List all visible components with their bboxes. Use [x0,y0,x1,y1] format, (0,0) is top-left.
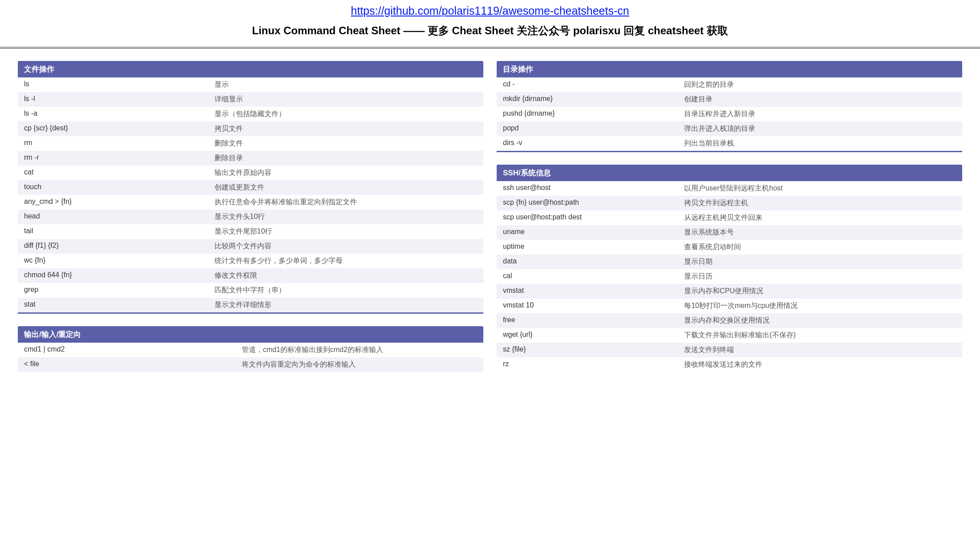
command-cell: cmd1 | cmd2 [24,345,242,355]
page-subtitle: Linux Command Cheat Sheet —— 更多 Cheat Sh… [0,24,980,38]
description-cell: 显示（包括隐藏文件） [215,109,477,119]
command-cell: vmstat [503,287,684,296]
table-row: tail显示文件尾部10行 [18,224,483,239]
left-column: 文件操作ls显示ls -l详细显示ls -a显示（包括隐藏文件）cp {scr}… [18,61,483,384]
table-row: cal显示日历 [497,269,962,284]
table-row: rm -r删除目录 [18,151,483,166]
description-cell: 查看系统启动时间 [684,243,956,252]
section-rows: ls显示ls -l详细显示ls -a显示（包括隐藏文件）cp {scr} {de… [18,77,483,314]
table-row: cmd1 | cmd2管道，cmd1的标准输出接到cmd2的标准输入 [18,343,483,357]
table-row: scp {fn} user@host:path拷贝文件到远程主机 [497,196,962,210]
description-cell: 显示文件详细情形 [215,300,477,310]
description-cell: 删除目录 [215,154,477,163]
table-row: ssh user@host以用户user登陆到远程主机host [497,181,962,196]
description-cell: 执行任意命令并将标准输出重定向到指定文件 [215,198,477,207]
description-cell: 显示系统版本号 [684,228,956,237]
command-cell: mkdir {dirname} [503,95,684,104]
description-cell: 显示日期 [684,257,956,267]
description-cell: 显示文件头10行 [215,212,477,222]
table-row: sz {file}发送文件到终端 [497,343,962,357]
table-row: cp {scr} {dest}拷贝文件 [18,121,483,136]
description-cell: 显示 [215,80,477,89]
description-cell: 目录压榨并进入新目录 [684,109,956,119]
command-cell: stat [24,300,215,310]
section: 文件操作ls显示ls -l详细显示ls -a显示（包括隐藏文件）cp {scr}… [18,61,483,314]
description-cell: 从远程主机拷贝文件回来 [684,213,956,222]
table-row: vmstat 10每10秒打印一次mem与cpu使用情况 [497,299,962,313]
command-cell: pushd {dirname} [503,109,684,119]
description-cell: 删除文件 [215,139,477,148]
table-row: < file将文件内容重定向为命令的标准输入 [18,357,483,372]
table-row: dirs -v列出当前目录栈 [497,136,962,151]
table-row: chmod 644 {fn}修改文件权限 [18,268,483,283]
command-cell: dirs -v [503,139,684,148]
command-cell: rz [503,360,684,369]
command-cell: scp user@host:path dest [503,213,684,222]
command-cell: head [24,212,215,222]
description-cell: 详细显示 [215,95,477,104]
section-header: 输出/输入/重定向 [18,326,483,343]
command-cell: cal [503,272,684,281]
description-cell: 每10秒打印一次mem与cpu使用情况 [684,301,956,311]
command-cell: ls -a [24,109,215,119]
section-rows: cd -回到之前的目录mkdir {dirname}创建目录pushd {dir… [497,77,962,152]
description-cell: 比较两个文件内容 [215,242,477,251]
table-row: rz接收终端发送过来的文件 [497,357,962,372]
command-cell: sz {file} [503,345,684,355]
table-row: pushd {dirname}目录压榨并进入新目录 [497,107,962,121]
command-cell: rm -r [24,154,215,163]
command-cell: ls [24,80,215,89]
description-cell: 管道，cmd1的标准输出接到cmd2的标准输入 [242,345,477,355]
table-row: mkdir {dirname}创建目录 [497,92,962,107]
command-cell: scp {fn} user@host:path [503,198,684,208]
command-cell: ls -l [24,95,215,104]
description-cell: 创建目录 [684,95,956,104]
table-row: grep匹配文件中字符（串） [18,283,483,298]
description-cell: 匹配文件中字符（串） [215,286,477,295]
table-row: wc {fn}统计文件有多少行，多少单词，多少字母 [18,254,483,268]
table-row: any_cmd > {fn}执行任意命令并将标准输出重定向到指定文件 [18,195,483,210]
description-cell: 拷贝文件 [215,124,477,134]
command-cell: chmod 644 {fn} [24,271,215,280]
command-cell: uptime [503,243,684,252]
description-cell: 输出文件原始内容 [215,168,477,178]
command-cell: tail [24,227,215,236]
command-cell: cat [24,168,215,178]
description-cell: 显示内存和CPU使用情况 [684,287,956,296]
command-cell: grep [24,286,215,295]
table-row: ls -l详细显示 [18,92,483,107]
description-cell: 回到之前的目录 [684,80,956,89]
table-row: uname显示系统版本号 [497,225,962,240]
description-cell: 创建或更新文件 [215,183,477,192]
command-cell: free [503,316,684,325]
page-header: https://github.com/polaris1119/awesome-c… [0,0,980,46]
repo-link[interactable]: https://github.com/polaris1119/awesome-c… [351,4,629,17]
command-cell: cd - [503,80,684,89]
description-cell: 统计文件有多少行，多少单词，多少字母 [215,256,477,266]
description-cell: 弹出并进入栈顶的目录 [684,124,956,134]
section-rows: ssh user@host以用户user登陆到远程主机hostscp {fn} … [497,181,962,372]
table-row: scp user@host:path dest从远程主机拷贝文件回来 [497,210,962,225]
table-row: popd弹出并进入栈顶的目录 [497,121,962,136]
description-cell: 接收终端发送过来的文件 [684,360,956,369]
right-column: 目录操作cd -回到之前的目录mkdir {dirname}创建目录pushd … [497,61,962,384]
section: 输出/输入/重定向cmd1 | cmd2管道，cmd1的标准输出接到cmd2的标… [18,326,483,372]
table-row: touch创建或更新文件 [18,180,483,195]
table-row: stat显示文件详细情形 [18,298,483,312]
section: 目录操作cd -回到之前的目录mkdir {dirname}创建目录pushd … [497,61,962,152]
description-cell: 下载文件并输出到标准输出(不保存) [684,331,956,340]
description-cell: 将文件内容重定向为命令的标准输入 [242,360,477,369]
section: SSH/系统信息ssh user@host以用户user登陆到远程主机hosts… [497,165,962,372]
command-cell: data [503,257,684,267]
table-row: wget {url}下载文件并输出到标准输出(不保存) [497,328,962,343]
description-cell: 显示内存和交换区使用情况 [684,316,956,325]
command-cell: any_cmd > {fn} [24,198,215,207]
command-cell: popd [503,124,684,134]
command-cell: diff {f1} {f2} [24,242,215,251]
command-cell: wc {fn} [24,256,215,266]
description-cell: 显示文件尾部10行 [215,227,477,236]
command-cell: uname [503,228,684,237]
section-header: 文件操作 [18,61,483,77]
command-cell: wget {url} [503,331,684,340]
command-cell: rm [24,139,215,148]
